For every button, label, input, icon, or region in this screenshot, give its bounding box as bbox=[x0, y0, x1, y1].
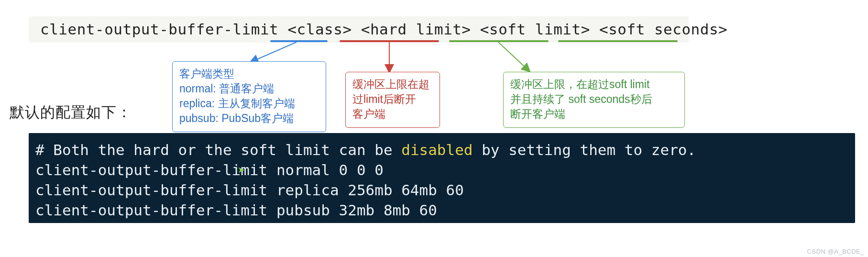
callout-class: 客户端类型 normal: 普通客户端 replica: 主从复制客户端 pub… bbox=[172, 61, 326, 132]
callout-line: 缓冲区上限，在超过soft limit bbox=[510, 77, 678, 92]
underline-class bbox=[270, 40, 328, 42]
underline-hard-limit bbox=[340, 40, 439, 42]
code-highlight-keyword: disabled bbox=[401, 141, 472, 158]
code-line: client-output-buffer-limit normal 0 0 0 bbox=[35, 161, 384, 179]
svg-line-2 bbox=[498, 42, 528, 70]
default-config-label: 默认的配置如下： bbox=[10, 102, 132, 123]
callout-line: 客户端 bbox=[352, 107, 433, 122]
arrow-hard bbox=[383, 42, 397, 72]
callout-line: 缓冲区上限在超 bbox=[352, 77, 433, 92]
callout-line: 断开客户端 bbox=[510, 107, 678, 122]
callout-soft-limit: 缓冲区上限，在超过soft limit 并且持续了 soft seconds秒后… bbox=[503, 72, 685, 128]
arrow-soft bbox=[497, 42, 536, 72]
svg-line-0 bbox=[253, 42, 297, 61]
callout-line: normal: 普通客户端 bbox=[179, 81, 319, 96]
syntax-bar: client-output-buffer-limit <class> <hard… bbox=[29, 16, 689, 42]
underline-soft-limit bbox=[449, 40, 549, 42]
code-comment-after: by setting them to zero. bbox=[473, 141, 696, 158]
callout-line: 过limit后断开 bbox=[352, 92, 433, 107]
cursor-icon: ➤ bbox=[238, 165, 245, 175]
code-line: client-output-buffer-limit replica 256mb… bbox=[35, 181, 464, 199]
diagram-stage: client-output-buffer-limit <class> <hard… bbox=[0, 0, 868, 257]
code-comment-before: # Both the hard or the soft limit can be bbox=[35, 141, 401, 158]
callout-line: replica: 主从复制客户端 bbox=[179, 96, 319, 111]
underline-soft-seconds bbox=[558, 40, 678, 42]
code-block: # Both the hard or the soft limit can be… bbox=[29, 133, 855, 223]
callout-line: 客户端类型 bbox=[179, 67, 319, 81]
arrow-class bbox=[249, 42, 306, 63]
code-line: client-output-buffer-limit pubsub 32mb 8… bbox=[35, 201, 437, 219]
callout-hard-limit: 缓冲区上限在超 过limit后断开 客户端 bbox=[345, 72, 440, 128]
callout-line: 并且持续了 soft seconds秒后 bbox=[510, 92, 678, 107]
watermark: CSDN @A_BCDE_ bbox=[807, 248, 864, 255]
callout-line: pubsub: PubSub客户端 bbox=[179, 111, 319, 126]
syntax-text: client-output-buffer-limit <class> <hard… bbox=[40, 21, 727, 38]
